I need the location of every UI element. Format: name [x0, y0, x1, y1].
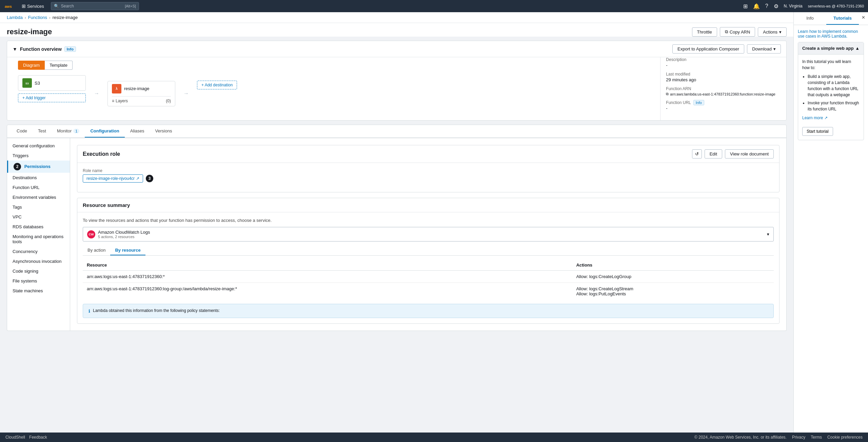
arrow-right-1: → — [91, 75, 102, 112]
tab-code[interactable]: Code — [11, 125, 33, 138]
function-box[interactable]: λ resize-image ≡ Layers (0) — [107, 81, 175, 106]
tutorial-body: In this tutorial you will learn how to: … — [798, 55, 864, 140]
nav-file-systems[interactable]: File systems — [7, 276, 70, 286]
function-overview: ▼ Function overview Info Export to Appli… — [7, 41, 787, 121]
panel-tab-tutorials[interactable]: Tutorials — [826, 12, 859, 25]
settings-icon[interactable]: ⚙ — [774, 3, 778, 9]
description-value: - — [666, 63, 775, 68]
url-info-badge[interactable]: Info — [693, 100, 704, 105]
nav-tags[interactable]: Tags — [7, 202, 70, 212]
description-label: Description — [666, 57, 775, 62]
last-modified-label: Last modified — [666, 72, 775, 77]
nav-destinations[interactable]: Destinations — [7, 173, 70, 183]
role-name-link[interactable]: resize-image-role-njvou4cr ↗ — [83, 174, 143, 183]
add-destination-button[interactable]: + Add destination — [197, 81, 237, 89]
tutorial-intro: In this tutorial you will learn how to: — [802, 59, 860, 71]
tab-aliases[interactable]: Aliases — [125, 125, 150, 138]
search-bar[interactable]: 🔍 Search [Alt+S] — [51, 2, 139, 10]
function-url-label: Function URL Info — [666, 100, 775, 105]
nav-monitoring[interactable]: Monitoring and operations tools — [7, 232, 70, 247]
actions-button[interactable]: Actions ▾ — [758, 27, 787, 37]
tutorial-list: Build a simple web app, consisting of a … — [802, 73, 860, 112]
config-main: Execution role ↺ Edit View role document… — [70, 138, 786, 331]
services-menu[interactable]: ⊞ Services — [19, 2, 47, 10]
resource-summary-body: To view the resources and actions that y… — [77, 212, 779, 323]
layers-label: Layers — [116, 99, 128, 103]
tab-versions[interactable]: Versions — [150, 125, 178, 138]
view-role-doc-button[interactable]: View role document — [725, 149, 774, 159]
panel-tab-info[interactable]: Info — [794, 12, 826, 25]
s3-trigger[interactable]: S3 S3 — [18, 75, 86, 91]
edit-button[interactable]: Edit — [705, 149, 722, 159]
nav-state-machines[interactable]: State machines — [7, 286, 70, 296]
function-box-header: λ resize-image — [112, 84, 171, 93]
function-arn-label: Function ARN — [666, 86, 775, 91]
view-tabs: Diagram Template — [13, 57, 660, 70]
close-panel-button[interactable]: ✕ — [859, 12, 868, 25]
resource-table: Resource Actions arn:aws:logs:us-east-1:… — [83, 260, 774, 300]
panel-learn-link[interactable]: Learn how to implement common use cases … — [798, 29, 864, 39]
arrow-right-2: → — [181, 75, 192, 112]
help-icon[interactable]: ? — [765, 3, 768, 9]
right-panel: Info Tutorials ✕ Learn how to implement … — [793, 12, 868, 433]
export-button[interactable]: Export to Application Composer — [672, 44, 744, 54]
account-menu[interactable]: serverless-ws @ 4783-7191-2360 — [808, 4, 864, 8]
info-badge[interactable]: Info — [64, 46, 76, 52]
refresh-button[interactable]: ↺ — [692, 149, 702, 159]
tab-configuration[interactable]: Configuration — [85, 125, 124, 138]
learn-more-link[interactable]: Learn more ↗ — [802, 115, 860, 121]
service-dropdown[interactable]: CW Amazon CloudWatch Logs 5 actions, 2 r… — [83, 227, 774, 241]
search-icon: 🔍 — [54, 4, 59, 8]
aws-logo: aws — [4, 3, 15, 9]
nav-function-url[interactable]: Function URL — [7, 183, 70, 192]
nav-code-signing[interactable]: Code signing — [7, 266, 70, 276]
info-circle-icon: ℹ — [88, 309, 90, 314]
description-row: Description - — [666, 57, 775, 68]
function-url-value: - — [666, 106, 775, 111]
add-trigger-button[interactable]: + Add trigger — [18, 93, 86, 102]
nav-triggers[interactable]: Triggers — [7, 151, 70, 161]
copy-arn-icon[interactable]: ⧉ — [666, 92, 669, 96]
execution-role-body: Role name resize-image-role-njvou4cr ↗ 3 — [77, 163, 779, 192]
tutorial-card: Create a simple web app ▲ In this tutori… — [798, 42, 864, 140]
collapse-icon[interactable]: ▼ — [13, 46, 17, 52]
nav-permissions[interactable]: 2 Permissions — [7, 161, 70, 173]
template-tab[interactable]: Template — [45, 61, 73, 70]
top-navigation: aws ⊞ Services 🔍 Search [Alt+S] ⊞ 🔔 ? ⚙ … — [0, 0, 868, 12]
main-wrapper: Lambda › Functions › resize-image resize… — [0, 12, 868, 433]
nav-vpc[interactable]: VPC — [7, 212, 70, 222]
apps-icon[interactable]: ⊞ — [743, 3, 748, 9]
diagram-tab[interactable]: Diagram — [18, 61, 45, 70]
breadcrumb-functions[interactable]: Functions — [28, 15, 47, 20]
page-title: resize-image — [7, 27, 52, 36]
copy-arn-button[interactable]: ⧉ Copy ARN — [720, 27, 755, 37]
nav-async[interactable]: Asynchronous invocation — [7, 256, 70, 266]
download-button[interactable]: Download ▾ — [747, 44, 781, 54]
breadcrumb-sep-2: › — [49, 16, 51, 20]
last-modified-value: 29 minutes ago — [666, 77, 775, 82]
throttle-button[interactable]: Throttle — [692, 27, 717, 37]
resource-tabs: By action By resource — [83, 246, 774, 256]
function-arn-value: ⧉ arn:aws:lambda:us-east-1:478371912360:… — [666, 92, 775, 96]
tab-monitor[interactable]: Monitor 1 — [52, 125, 85, 138]
header-actions: Throttle ⧉ Copy ARN Actions ▾ — [692, 27, 787, 37]
function-name: resize-image — [124, 86, 149, 91]
breadcrumb-lambda[interactable]: Lambda — [7, 15, 23, 20]
tab-test[interactable]: Test — [33, 125, 52, 138]
s3-icon: S3 — [22, 78, 32, 88]
nav-general-config[interactable]: General configuration — [7, 141, 70, 151]
layers-icon: ≡ — [112, 99, 114, 103]
layers-count: (0) — [166, 99, 171, 103]
nav-rds[interactable]: RDS databases — [7, 222, 70, 232]
nav-env-vars[interactable]: Environment variables — [7, 192, 70, 202]
execution-role-header: Execution role ↺ Edit View role document — [77, 145, 779, 163]
nav-concurrency[interactable]: Concurrency — [7, 247, 70, 256]
tab-by-resource[interactable]: By resource — [110, 246, 145, 255]
tab-by-action[interactable]: By action — [83, 246, 110, 255]
chevron-down-icon: ▾ — [779, 29, 782, 35]
region-selector[interactable]: N. Virginia — [784, 4, 803, 8]
collapse-tutorial-icon[interactable]: ▲ — [855, 46, 860, 51]
bell-icon[interactable]: 🔔 — [753, 3, 760, 9]
start-tutorial-button[interactable]: Start tutorial — [802, 127, 833, 136]
function-url-row: Function URL Info - — [666, 100, 775, 111]
